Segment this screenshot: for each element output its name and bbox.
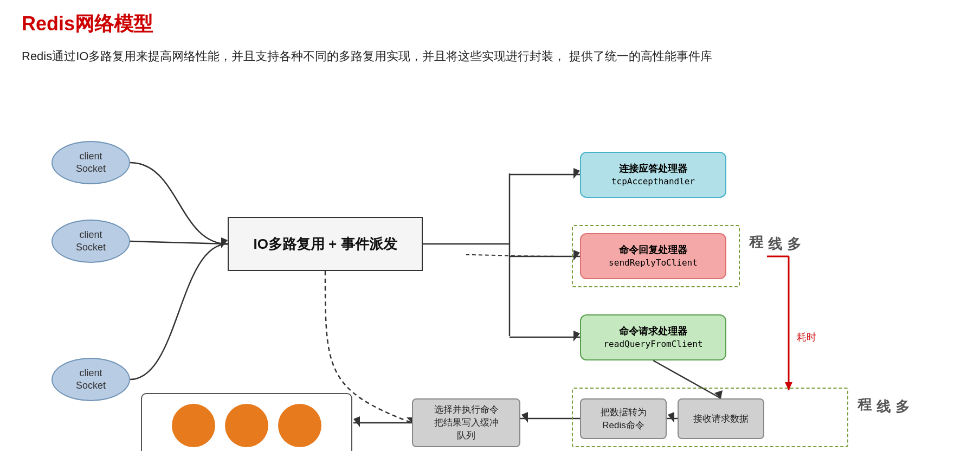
connect-handler-line1: 连接应答处理器 <box>619 162 687 176</box>
client-socket-2: client Socket <box>51 220 130 263</box>
query-handler-box: 命令请求处理器 readQueryFromClient <box>580 314 726 360</box>
diagram-area: client Socket client Socket client Socke… <box>22 87 954 451</box>
buffer-circle-1 <box>172 404 215 447</box>
io-multiplexer-box: IO多路复用 + 事件派发 <box>228 217 423 271</box>
svg-marker-4 <box>573 168 580 179</box>
multi-thread-label-top: 多 线 程 <box>747 225 804 227</box>
connect-handler-box: 连接应答处理器 tcpAccepthandler <box>580 152 726 198</box>
buffer-circle-2 <box>225 404 268 447</box>
client-socket-3: client Socket <box>51 358 130 401</box>
svg-marker-15 <box>353 416 360 427</box>
client-socket-1: client Socket <box>51 141 130 184</box>
svg-marker-0 <box>221 237 228 248</box>
page-subtitle: Redis通过IO多路复用来提高网络性能，并且支持各种不同的多路复用实现，并且将… <box>22 47 958 65</box>
multi-thread-label-bottom: 多 线 程 <box>855 388 912 389</box>
reply-handler-box: 命令回复处理器 sendReplyToClient <box>580 233 726 279</box>
svg-marker-13 <box>521 412 528 423</box>
connect-handler-line2: tcpAccepthandler <box>611 176 695 188</box>
svg-marker-6 <box>573 331 580 342</box>
time-consuming-label: 耗时 <box>797 331 816 344</box>
page-title: Redis网络模型 <box>22 11 958 37</box>
receive-request-box: 接收请求数据 <box>678 398 764 439</box>
buffer-area <box>141 393 352 451</box>
query-handler-line2: readQueryFromClient <box>603 338 702 350</box>
command-select-box: 选择并执行命令 把结果写入缓冲 队列 <box>412 398 520 447</box>
data-convert-box: 把数据转为 Redis命令 <box>580 398 667 439</box>
reply-handler-line2: sendReplyToClient <box>609 257 698 269</box>
io-box-label: IO多路复用 + 事件派发 <box>253 235 397 254</box>
query-handler-line1: 命令请求处理器 <box>619 325 687 338</box>
reply-handler-line1: 命令回复处理器 <box>619 243 687 257</box>
buffer-circle-3 <box>278 404 321 447</box>
